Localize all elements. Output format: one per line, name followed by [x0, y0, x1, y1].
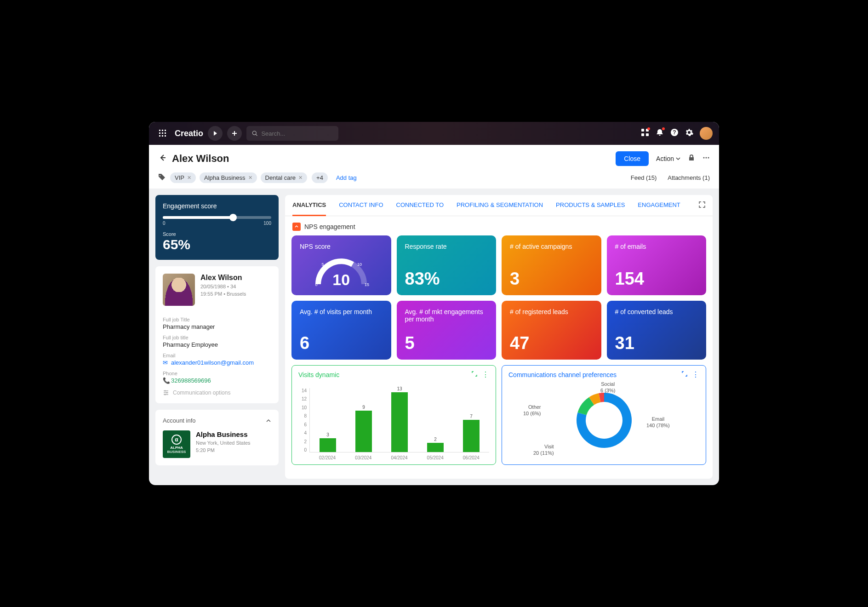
score-label: Score — [163, 231, 271, 237]
svg-rect-2 — [165, 130, 166, 131]
bar — [463, 420, 480, 452]
remove-tag-icon[interactable]: ✕ — [298, 175, 303, 181]
tag-chip[interactable]: Dental care✕ — [261, 172, 307, 183]
kpi-converted-leads: # of converted leads 31 — [607, 301, 707, 360]
feed-link[interactable]: Feed (15) — [631, 174, 657, 181]
search-icon — [252, 130, 257, 137]
svg-point-23 — [165, 394, 166, 395]
topbar: Creatio ? — [149, 122, 719, 145]
bar — [391, 392, 408, 452]
tab-analytics[interactable]: ANALYTICS — [292, 195, 326, 216]
kpi-emails: # of emails 154 — [607, 235, 707, 295]
score-value: 65% — [163, 237, 271, 252]
svg-rect-7 — [162, 135, 163, 137]
svg-rect-3 — [159, 132, 160, 134]
apps-icon[interactable] — [641, 128, 649, 138]
chart-menu-icon[interactable]: ⋮ — [482, 370, 489, 379]
chevron-up-icon — [266, 418, 271, 424]
chevron-down-icon — [676, 156, 680, 161]
tag-chip[interactable]: VIP✕ — [170, 172, 196, 183]
profile-picture — [163, 274, 195, 306]
add-tag-link[interactable]: Add tag — [336, 174, 357, 181]
svg-rect-11 — [641, 129, 644, 132]
add-button[interactable] — [227, 126, 242, 141]
tag-chip[interactable]: Alpha Business✕ — [200, 172, 257, 183]
notification-dot — [647, 127, 650, 130]
svg-point-21 — [165, 390, 166, 392]
help-icon[interactable]: ? — [670, 128, 679, 138]
svg-rect-0 — [159, 130, 160, 131]
svg-rect-4 — [162, 132, 163, 134]
remove-tag-icon[interactable]: ✕ — [187, 175, 191, 181]
svg-point-19 — [706, 157, 707, 159]
account-name: Alpha Business — [196, 430, 251, 438]
svg-point-18 — [703, 157, 705, 159]
tags-more-chip[interactable]: +4 — [312, 172, 328, 183]
visits-dynamic-chart: Visits dynamic ⋮ 14121086420 391327 02/2… — [291, 365, 496, 465]
app-launcher-icon[interactable] — [155, 126, 170, 141]
account-card: Account info α ALPHA BUSINESS Alpha Busi… — [155, 410, 279, 465]
play-button[interactable] — [208, 126, 223, 141]
more-icon[interactable] — [702, 154, 710, 163]
svg-text:?: ? — [673, 129, 676, 136]
expand-chart-icon[interactable] — [682, 370, 687, 379]
svg-point-20 — [708, 157, 709, 159]
tab-connected-to[interactable]: CONNECTED TO — [396, 195, 444, 216]
kpi-nps-score: NPS score 0 5 10 15 10 — [291, 235, 391, 295]
kpi-active-campaigns: # of active campaigns 3 — [502, 235, 601, 295]
close-button[interactable]: Close — [616, 151, 649, 166]
kpi-response-rate: Response rate 83% — [397, 235, 497, 295]
phone-icon: 📞 — [163, 377, 169, 384]
tab-contact-info[interactable]: CONTACT INFO — [339, 195, 383, 216]
svg-point-22 — [166, 392, 168, 394]
phone-link[interactable]: 📞326988569696 — [163, 377, 271, 384]
svg-rect-13 — [641, 133, 644, 136]
engagement-title: Engagement score — [163, 202, 271, 210]
attachments-link[interactable]: Attachments (1) — [668, 174, 710, 181]
comms-channel-chart: Communications channel preferences ⋮ Ema… — [502, 365, 706, 465]
notification-dot — [662, 127, 665, 130]
remove-tag-icon[interactable]: ✕ — [248, 175, 252, 181]
bell-icon[interactable] — [656, 128, 664, 138]
svg-rect-5 — [165, 132, 166, 134]
donut-label: Other10 (6%) — [523, 404, 541, 417]
bar — [355, 411, 372, 452]
svg-line-10 — [256, 134, 257, 136]
donut-label: Email140 (78%) — [646, 416, 670, 429]
communication-options[interactable]: Communication options — [163, 389, 271, 396]
expand-icon[interactable] — [699, 201, 705, 210]
svg-rect-8 — [165, 135, 166, 137]
bar — [320, 438, 336, 452]
brand-logo: Creatio — [175, 129, 203, 138]
search-input[interactable] — [261, 130, 333, 137]
search-box[interactable] — [246, 126, 338, 141]
section-title: NPS engagement — [304, 223, 355, 230]
account-header[interactable]: Account info — [163, 417, 271, 424]
user-avatar[interactable] — [700, 127, 713, 140]
page-header: Alex Wilson Close Action VIP✕Alpha Busin… — [149, 145, 719, 189]
chart-menu-icon[interactable]: ⋮ — [692, 370, 699, 379]
engagement-score-card: Engagement score 0 100 Score 65% — [155, 195, 279, 260]
kpi-avg-visits: Avg. # of visits per month 6 — [291, 301, 391, 360]
back-icon[interactable] — [158, 154, 166, 164]
bar — [427, 443, 444, 452]
engagement-slider[interactable] — [163, 216, 271, 219]
action-dropdown[interactable]: Action — [656, 155, 680, 162]
kpi-avg-mkt-engagements: Avg. # of mkt engagements per month 5 — [397, 301, 497, 360]
tab-profiling-segmentation[interactable]: PROFILING & SEGMENTATION — [457, 195, 543, 216]
tab-products-samples[interactable]: PRODUCTS & SAMPLES — [556, 195, 625, 216]
settings-icon — [163, 389, 169, 396]
expand-chart-icon[interactable] — [472, 370, 477, 379]
email-link[interactable]: ✉alexander01wilson@gmail.com — [163, 359, 271, 366]
donut-label: Social6 (3%) — [600, 381, 615, 394]
profile-name: Alex Wilson — [200, 274, 246, 282]
lock-icon[interactable] — [688, 154, 695, 163]
svg-rect-14 — [646, 133, 649, 136]
settings-icon[interactable] — [685, 128, 693, 138]
tab-engagement[interactable]: ENGAGEMENT — [638, 195, 680, 216]
donut-label: Visit20 (11%) — [533, 443, 554, 457]
svg-point-9 — [252, 131, 256, 135]
profile-card: Alex Wilson 20/05/1988 • 34 19:55 PM • B… — [155, 266, 279, 403]
collapse-icon[interactable] — [292, 223, 301, 231]
svg-rect-1 — [162, 130, 163, 131]
